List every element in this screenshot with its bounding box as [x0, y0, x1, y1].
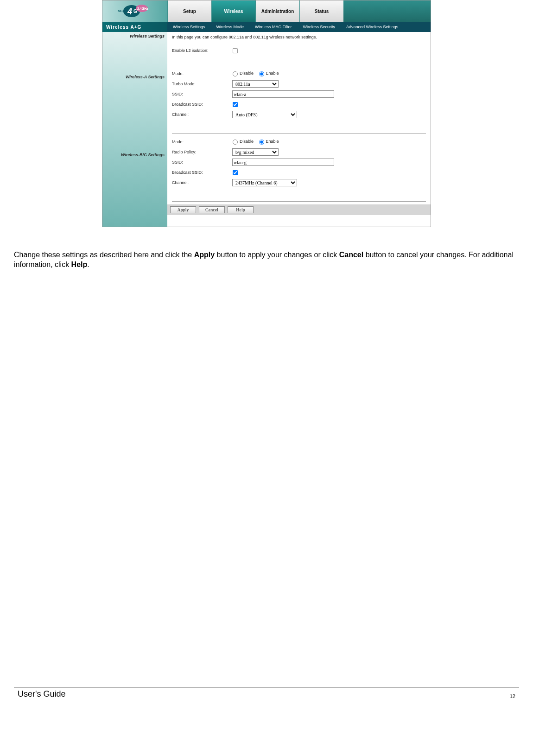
- wa-turbo-select[interactable]: 802.11a: [232, 80, 279, 88]
- wa-ssid-input[interactable]: [232, 90, 334, 98]
- brand-text: Wireless A+G: [102, 22, 167, 32]
- tab-setup[interactable]: Setup: [167, 0, 211, 22]
- wbg-mode-disable-option[interactable]: Disable: [232, 139, 254, 144]
- wbg-broadcast-label: Broadcast SSID:: [172, 170, 232, 175]
- apply-button[interactable]: Apply: [170, 206, 196, 213]
- instruction-paragraph: Change these settings as described here …: [14, 250, 519, 270]
- cancel-button[interactable]: Cancel: [199, 206, 225, 213]
- wa-broadcast-checkbox[interactable]: [233, 102, 238, 107]
- wa-channel-select[interactable]: Auto (DFS): [232, 111, 297, 118]
- wbg-mode-enable-option[interactable]: Enable: [259, 139, 279, 144]
- sub-nav: Wireless A+G Wireless Settings Wireless …: [102, 22, 431, 32]
- wa-mode-enable-option[interactable]: Enable: [259, 71, 279, 76]
- wa-mode-label: Mode:: [172, 71, 232, 76]
- subnav-wireless-mac-filter[interactable]: Wireless MAC Filter: [249, 22, 298, 32]
- wbg-channel-label: Channel:: [172, 180, 232, 185]
- wbg-policy-label: Radio Policy:: [172, 150, 232, 154]
- sidebar: Wireless Settings Wireless-A Settings Wi…: [102, 32, 167, 227]
- sidebar-label-wireless-a: Wireless-A Settings: [102, 73, 167, 81]
- tab-administration[interactable]: Administration: [255, 0, 299, 22]
- wbg-policy-select[interactable]: b/g mixed: [232, 148, 279, 156]
- wa-broadcast-label: Broadcast SSID:: [172, 102, 232, 107]
- intro-text: In this page you can configure 802.11a a…: [172, 35, 426, 39]
- wbg-mode-label: Mode:: [172, 140, 232, 144]
- l2-isolation-label: Enable L2 isolation:: [172, 48, 232, 53]
- wa-channel-label: Channel:: [172, 112, 232, 117]
- sidebar-label-wireless-settings: Wireless Settings: [102, 32, 167, 40]
- main-content: In this page you can configure 802.11a a…: [167, 32, 431, 227]
- wa-mode-disable-option[interactable]: Disable: [232, 71, 254, 76]
- footer-guide-label: User's Guide: [18, 689, 65, 699]
- router-admin-screenshot: 5GHz 4 G 2.4GHz Setup Wireless Administr…: [102, 0, 431, 227]
- sidebar-label-wireless-bg: Wireless-B/G Settings: [102, 151, 167, 159]
- wbg-ssid-label: SSID:: [172, 160, 232, 165]
- wbg-broadcast-checkbox[interactable]: [233, 170, 238, 175]
- wbg-ssid-input[interactable]: [232, 159, 334, 166]
- svg-text:4: 4: [127, 7, 132, 16]
- wbg-channel-select[interactable]: 2437MHz (Channel 6): [232, 179, 297, 186]
- logo-4g-icon: 5GHz 4 G 2.4GHz: [102, 0, 167, 22]
- subnav-advanced-wireless[interactable]: Advanced Wireless Settings: [341, 22, 404, 32]
- subnav-wireless-security[interactable]: Wireless Security: [298, 22, 341, 32]
- help-button[interactable]: Help: [228, 206, 254, 213]
- footer-page-number: 12: [510, 693, 515, 699]
- subnav-wireless-mode[interactable]: Wireless Mode: [211, 22, 250, 32]
- subnav-wireless-settings[interactable]: Wireless Settings: [167, 22, 211, 32]
- header-bar: 5GHz 4 G 2.4GHz Setup Wireless Administr…: [102, 0, 431, 22]
- wa-turbo-label: Turbo Mode:: [172, 82, 232, 86]
- tab-status[interactable]: Status: [299, 0, 343, 22]
- l2-isolation-checkbox[interactable]: [233, 48, 238, 53]
- tab-wireless[interactable]: Wireless: [211, 0, 255, 22]
- wa-ssid-label: SSID:: [172, 92, 232, 96]
- page-footer: User's Guide 12: [14, 687, 519, 699]
- svg-text:2.4GHz: 2.4GHz: [137, 7, 148, 10]
